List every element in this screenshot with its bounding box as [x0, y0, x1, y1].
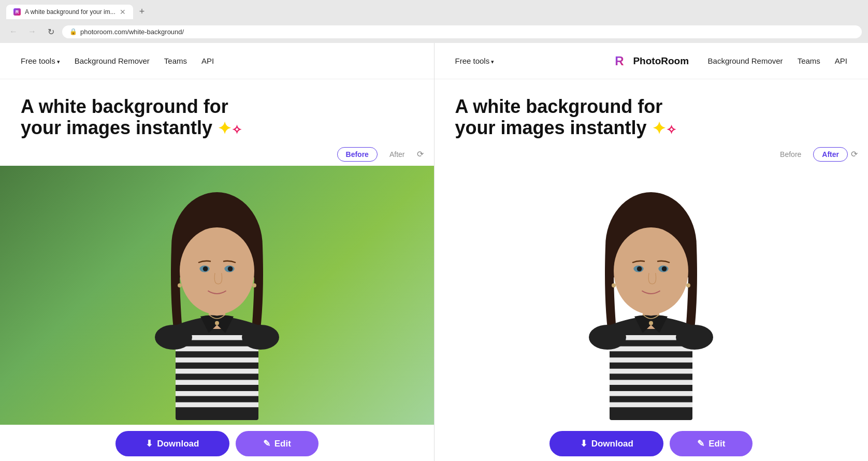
tab-title: A white background for your im...	[25, 8, 115, 16]
svg-point-39	[612, 283, 616, 287]
svg-rect-12	[176, 380, 258, 385]
svg-rect-10	[176, 357, 258, 363]
nav-api-right[interactable]: API	[835, 56, 847, 65]
nav-teams-left[interactable]: Teams	[164, 56, 187, 65]
download-button-after[interactable]: ⬇ Download	[549, 431, 663, 456]
nav-left: Free tools Background Remover Teams API	[21, 56, 214, 65]
nav-background-remover-right[interactable]: Background Remover	[708, 56, 783, 65]
nav-left-right: Free tools	[455, 56, 495, 65]
nav-background-remover-left[interactable]: Background Remover	[75, 56, 150, 65]
logo-text-right: PhotoRoom	[633, 55, 689, 67]
svg-point-36	[589, 325, 626, 350]
hero-left: A white background for your images insta…	[0, 79, 434, 147]
address-bar[interactable]: 🔒 photoroom.com/white-background/	[62, 25, 862, 38]
svg-text:R: R	[615, 54, 624, 68]
edit-button-after[interactable]: ✎ Edit	[670, 431, 753, 456]
hero-right: A white background for your images insta…	[435, 79, 869, 147]
active-tab[interactable]: R A white background for your im... ✕	[6, 5, 133, 19]
toggle-bar-left: Before After ⟳	[0, 147, 434, 166]
person-after	[522, 188, 780, 437]
nav-free-tools-right[interactable]: Free tools	[455, 56, 495, 65]
panel-after: Free tools R PhotoRoom Background Remove…	[435, 43, 869, 461]
svg-point-25	[637, 266, 642, 271]
svg-point-40	[686, 283, 690, 287]
svg-rect-34	[610, 391, 692, 396]
svg-point-1	[180, 227, 254, 314]
back-button[interactable]: ←	[6, 24, 21, 39]
hero-title-left: A white background for your images insta…	[21, 96, 290, 139]
new-tab-button[interactable]: +	[135, 4, 149, 19]
tab-close-button[interactable]: ✕	[120, 8, 126, 16]
logo-icon-right: R	[613, 53, 629, 69]
image-area-before	[0, 166, 434, 461]
edit-button-before[interactable]: ✎ Edit	[236, 431, 319, 456]
refresh-button[interactable]: ↻	[44, 24, 58, 39]
lock-icon: 🔒	[69, 28, 77, 35]
toggle-bar-right: Before After ⟳	[435, 147, 869, 166]
svg-point-37	[676, 325, 713, 350]
after-tab-right[interactable]: After	[813, 147, 848, 162]
image-area-after	[435, 166, 869, 461]
svg-rect-13	[176, 391, 258, 396]
download-button-before[interactable]: ⬇ Download	[115, 431, 229, 456]
hero-title-right: A white background for your images insta…	[455, 96, 725, 139]
svg-point-38	[649, 321, 653, 325]
browser-tabs: R A white background for your im... ✕ +	[6, 4, 862, 19]
nav-right-right: Background Remover Teams API	[708, 56, 847, 65]
navbar-left: Free tools Background Remover Teams API	[0, 43, 434, 79]
before-tab-left[interactable]: Before	[337, 147, 378, 162]
download-icon-after: ⬇	[580, 438, 587, 449]
before-tab-right[interactable]: Before	[771, 147, 810, 162]
svg-point-22	[614, 227, 688, 314]
action-buttons-before: ⬇ Download ✎ Edit	[0, 425, 434, 461]
svg-point-5	[228, 266, 233, 271]
main-area: Free tools Background Remover Teams API …	[0, 43, 868, 461]
after-tab-left[interactable]: After	[381, 147, 414, 162]
forward-button[interactable]: →	[25, 24, 39, 39]
svg-point-4	[203, 266, 208, 271]
tab-favicon: R	[13, 8, 21, 16]
svg-rect-31	[610, 357, 692, 363]
refresh-toggle-right[interactable]: ⟳	[851, 149, 858, 159]
svg-point-16	[242, 325, 279, 350]
svg-rect-33	[610, 380, 692, 385]
svg-point-15	[155, 325, 192, 350]
nav-free-tools-left[interactable]: Free tools	[21, 56, 60, 65]
navbar-right: Free tools R PhotoRoom Background Remove…	[435, 43, 869, 79]
svg-point-18	[178, 283, 182, 287]
svg-rect-35	[610, 402, 692, 408]
person-before	[88, 188, 346, 437]
sparkle-icon-left: ✦	[218, 119, 232, 138]
panel-before: Free tools Background Remover Teams API …	[0, 43, 435, 461]
sparkle-icon-right: ✦	[652, 119, 666, 138]
url-text: photoroom.com/white-background/	[80, 28, 184, 36]
svg-rect-9	[176, 347, 258, 352]
download-icon-before: ⬇	[146, 438, 153, 449]
svg-rect-32	[610, 369, 692, 374]
sparkle-pink-left: ✧	[232, 123, 242, 137]
svg-point-26	[662, 266, 667, 271]
sparkle-pink-right: ✧	[666, 123, 676, 137]
action-buttons-after: ⬇ Download ✎ Edit	[435, 425, 869, 461]
svg-point-19	[252, 283, 256, 287]
svg-rect-14	[176, 402, 258, 408]
refresh-toggle-left[interactable]: ⟳	[417, 149, 424, 159]
svg-point-17	[215, 321, 219, 325]
nav-teams-right[interactable]: Teams	[798, 56, 820, 65]
nav-api-left[interactable]: API	[201, 56, 214, 65]
logo-right: R PhotoRoom	[613, 53, 689, 69]
svg-rect-30	[610, 347, 692, 352]
browser-toolbar: ← → ↻ 🔒 photoroom.com/white-background/	[6, 22, 862, 43]
browser-chrome: R A white background for your im... ✕ + …	[0, 0, 868, 43]
edit-icon-after: ✎	[697, 438, 704, 449]
edit-icon-before: ✎	[263, 438, 270, 449]
svg-rect-11	[176, 369, 258, 374]
